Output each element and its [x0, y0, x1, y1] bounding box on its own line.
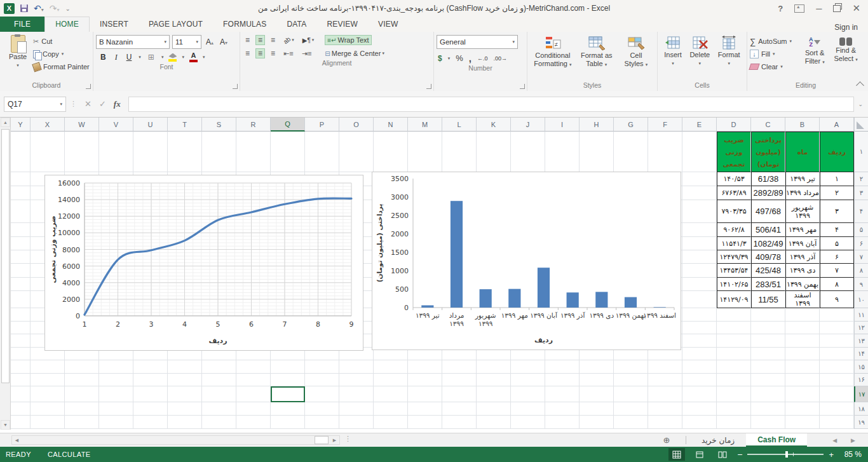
orientation-button[interactable]: ab▾ [281, 36, 297, 45]
cell-L17[interactable] [442, 386, 477, 402]
column-header-A[interactable]: A [820, 118, 854, 132]
column-header-U[interactable]: U [133, 118, 168, 132]
formula-bar-expand-icon[interactable]: ⌄ [858, 101, 864, 107]
vertical-scroll-thumb[interactable] [1, 129, 10, 383]
cell-O15[interactable] [339, 360, 374, 374]
cell-F1[interactable] [648, 132, 682, 172]
cell-K16[interactable] [477, 374, 511, 386]
column-header-V[interactable]: V [99, 118, 133, 132]
cell-B19[interactable] [785, 416, 820, 429]
cell-H15[interactable] [580, 360, 614, 374]
cell-G16[interactable] [614, 374, 648, 386]
column-header-D[interactable]: D [717, 118, 751, 132]
cell-J17[interactable] [511, 386, 545, 402]
row-header-15[interactable]: ۱۵ [854, 360, 868, 374]
cell-D17[interactable] [717, 386, 751, 402]
cell-J1[interactable] [511, 132, 545, 172]
cell-P19[interactable] [305, 416, 339, 429]
cell-U17[interactable] [133, 386, 168, 402]
align-left-button[interactable]: ≡ [243, 48, 252, 58]
column-header-K[interactable]: K [477, 118, 511, 132]
autosum-button[interactable]: ∑AutoSum▾ [750, 35, 799, 48]
cell-C10[interactable]: 11/55 [751, 291, 785, 308]
number-format-combo[interactable]: General▾ [437, 35, 518, 49]
cell-E9[interactable] [682, 278, 717, 291]
column-header-W[interactable]: W [65, 118, 99, 132]
cell-B6[interactable]: آبان ۱۳۹۹ [785, 237, 820, 250]
sign-in-link[interactable]: Sign in [834, 23, 868, 32]
row-header-8[interactable]: ۸ [854, 264, 868, 278]
row-header-14[interactable]: ۱۴ [854, 348, 868, 360]
cell-R1[interactable] [236, 132, 271, 172]
cell-B17[interactable] [785, 386, 820, 402]
page-layout-view-icon[interactable] [691, 448, 708, 461]
cell-C17[interactable] [751, 386, 785, 402]
column-header-O[interactable]: O [339, 118, 374, 132]
zoom-thumb[interactable] [785, 451, 788, 458]
column-header-F[interactable]: F [648, 118, 682, 132]
cell-L16[interactable] [442, 374, 477, 386]
cell-C4[interactable]: 497/68 [751, 200, 785, 223]
zoom-level[interactable]: 85 % [840, 450, 862, 459]
row-header-16[interactable]: ۱۶ [854, 374, 868, 386]
row-header-11[interactable]: ۱۱ [854, 308, 868, 322]
cell-K1[interactable] [477, 132, 511, 172]
new-sheet-button[interactable]: ⊕ [660, 433, 673, 447]
cell-D18[interactable] [717, 402, 751, 416]
cell-S18[interactable] [202, 402, 236, 416]
cell-Q18[interactable] [271, 402, 305, 416]
cell-X15[interactable] [31, 360, 65, 374]
scroll-right-icon[interactable]: ▶ [330, 436, 339, 444]
cell-B5[interactable]: مهر ۱۳۹۹ [785, 223, 820, 237]
row-header-13[interactable]: ۱۳ [854, 334, 868, 348]
cell-T16[interactable] [168, 374, 202, 386]
cell-D7[interactable]: ۱۲۴۷۹/۳۹ [717, 250, 751, 264]
tab-data[interactable]: DATA [276, 17, 316, 32]
cell-A11[interactable] [820, 308, 854, 322]
tab-split-handle[interactable]: ⋮ [344, 435, 351, 443]
cell-D10[interactable]: ۱۴۱۲۹/۰۹ [717, 291, 751, 308]
column-header-P[interactable]: P [305, 118, 339, 132]
cell-R17[interactable] [236, 386, 271, 402]
cell-J16[interactable] [511, 374, 545, 386]
cell-T19[interactable] [168, 416, 202, 429]
cell-Q16[interactable] [271, 374, 305, 386]
row-header-1[interactable]: ۱ [854, 132, 868, 172]
cell-O18[interactable] [339, 402, 374, 416]
cell-O17[interactable] [339, 386, 374, 402]
cell-U15[interactable] [133, 360, 168, 374]
column-header-C[interactable]: C [751, 118, 785, 132]
cell-E10[interactable] [682, 291, 717, 308]
cell-M17[interactable] [408, 386, 442, 402]
column-header-S[interactable]: S [202, 118, 236, 132]
row-header-19[interactable]: ۱۹ [854, 416, 868, 429]
cell-N15[interactable] [374, 360, 408, 374]
column-header-H[interactable]: H [580, 118, 614, 132]
cell-X1[interactable] [31, 132, 65, 172]
cell-N16[interactable] [374, 374, 408, 386]
cell-I15[interactable] [545, 360, 580, 374]
cell-Y7[interactable] [11, 250, 31, 264]
cell-A9[interactable]: ۸ [820, 278, 854, 291]
cell-K17[interactable] [477, 386, 511, 402]
cell-C3[interactable]: 2892/89 [751, 186, 785, 200]
cell-Y8[interactable] [11, 264, 31, 278]
cell-C12[interactable] [751, 322, 785, 334]
minimize-icon[interactable]: ─ [816, 4, 822, 13]
align-bottom-button[interactable]: ≡ [268, 35, 278, 45]
align-center-button[interactable]: ≡ [255, 48, 265, 58]
cell-A3[interactable]: ۲ [820, 186, 854, 200]
cell-Y14[interactable] [11, 348, 31, 360]
cell-Y1[interactable] [11, 132, 31, 172]
cell-R16[interactable] [236, 374, 271, 386]
column-header-J[interactable]: J [511, 118, 545, 132]
horizontal-scrollbar[interactable]: ◀ ▶ [11, 435, 340, 445]
conditional-formatting-button[interactable]: ≠ Conditional Formatting ▾ [530, 34, 576, 70]
cell-Y9[interactable] [11, 278, 31, 291]
cell-V19[interactable] [99, 416, 133, 429]
percent-style-button[interactable]: % [456, 53, 463, 63]
cell-G19[interactable] [614, 416, 648, 429]
cell-E3[interactable] [682, 186, 717, 200]
cell-C8[interactable]: 425/48 [751, 264, 785, 278]
cell-A4[interactable]: ۳ [820, 200, 854, 223]
